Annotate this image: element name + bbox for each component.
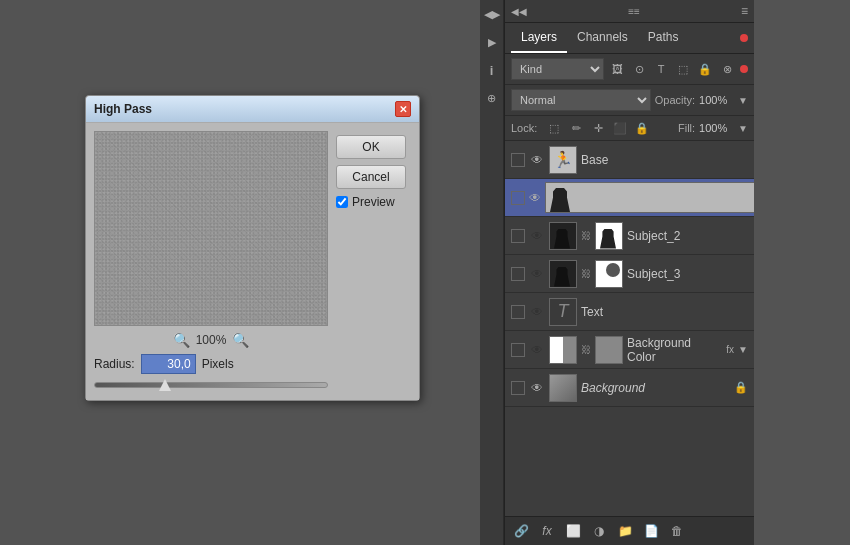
- layer-name-bg-color: Background Color: [627, 336, 722, 364]
- layer-row-subject2[interactable]: 👁 ⛓ Subject_2: [505, 217, 754, 255]
- radius-input[interactable]: [141, 354, 196, 374]
- layer-mask-subject3: [595, 260, 623, 288]
- layer-visibility-checkbox-base[interactable]: [511, 153, 525, 167]
- zoom-in-icon[interactable]: 🔍: [232, 332, 249, 348]
- layer-eye-base[interactable]: 👁: [529, 152, 545, 168]
- cancel-button[interactable]: Cancel: [336, 165, 406, 189]
- radius-label: Radius:: [94, 357, 135, 371]
- layer-mask-bg-color: [595, 336, 623, 364]
- filter-icon-4[interactable]: ⬚: [674, 60, 692, 78]
- panel-bottom-toolbar: 🔗 fx ⬜ ◑ 📁 📄 🗑: [505, 516, 754, 545]
- bottom-delete-icon[interactable]: 🗑: [667, 521, 687, 541]
- bottom-group-icon[interactable]: 📁: [615, 521, 635, 541]
- tool-info[interactable]: i: [482, 60, 502, 80]
- opacity-value: 100%: [699, 94, 734, 106]
- zoom-bar: 🔍 100% 🔍: [94, 332, 328, 348]
- layer-visibility-checkbox-text[interactable]: [511, 305, 525, 319]
- layer-visibility-checkbox-subject3[interactable]: [511, 267, 525, 281]
- layer-visibility-checkbox-subject2[interactable]: [511, 229, 525, 243]
- preview-noise: [95, 132, 327, 325]
- zoom-out-icon[interactable]: 🔍: [173, 332, 190, 348]
- layer-thumb-background: [549, 374, 577, 402]
- bottom-adjustment-icon[interactable]: ◑: [589, 521, 609, 541]
- panel-red-dot: [740, 34, 748, 42]
- preview-label: Preview: [352, 195, 395, 209]
- panel-drag-handle: ≡≡: [628, 6, 640, 17]
- bottom-fx-icon[interactable]: fx: [537, 521, 557, 541]
- layer-row-bg-color[interactable]: 👁 ⛓ Background Color fx ▼: [505, 331, 754, 369]
- lock-artboard-icon[interactable]: ⬛: [611, 119, 629, 137]
- bottom-mask-icon[interactable]: ⬜: [563, 521, 583, 541]
- layer-thumb-subject1: [545, 182, 754, 213]
- tool-play[interactable]: ▶: [482, 32, 502, 52]
- layer-link-subject3: ⛓: [581, 268, 591, 279]
- layer-mask-subject2: [595, 222, 623, 250]
- lock-pixels-icon[interactable]: ✏: [567, 119, 585, 137]
- lock-position-icon[interactable]: ✛: [589, 119, 607, 137]
- lock-all-icon[interactable]: 🔒: [633, 119, 651, 137]
- layer-eye-subject3[interactable]: 👁: [529, 266, 545, 282]
- ok-button[interactable]: OK: [336, 135, 406, 159]
- layer-row-background[interactable]: 👁 Background 🔒: [505, 369, 754, 407]
- left-area: High Pass ✕ 🔍 100% 🔍: [0, 0, 480, 545]
- layer-visibility-checkbox-subject1[interactable]: [511, 191, 525, 205]
- layer-thumb-text: T: [549, 298, 577, 326]
- kind-select[interactable]: Kind: [511, 58, 604, 80]
- panel-collapse-arrows[interactable]: ◀◀: [511, 6, 527, 17]
- fill-dropdown-arrow[interactable]: ▼: [738, 123, 748, 134]
- filter-active-dot: [740, 65, 748, 73]
- layer-eye-subject1[interactable]: 👁: [529, 190, 541, 206]
- layer-fx-icon: fx: [726, 344, 734, 355]
- high-pass-dialog: High Pass ✕ 🔍 100% 🔍: [85, 95, 420, 401]
- layers-panel: ◀◀ ≡≡ ≡ Layers Channels Paths Kind 🖼 ⊙ T…: [504, 0, 754, 545]
- right-section: ◀▶ ▶ i ⊕ ◀◀ ≡≡ ≡ Layers Channels Paths K…: [480, 0, 850, 545]
- layer-row-text[interactable]: 👁 T Text: [505, 293, 754, 331]
- layer-row-subject3[interactable]: 👁 ⛓ Subject_3: [505, 255, 754, 293]
- tab-channels[interactable]: Channels: [567, 23, 638, 53]
- subject1-silhouette: [550, 188, 570, 212]
- tab-layers[interactable]: Layers: [511, 23, 567, 53]
- layer-thumb-bg-color: [549, 336, 577, 364]
- dialog-title: High Pass: [94, 102, 152, 116]
- layer-row-subject1[interactable]: 👁 ⛓ Subject_1: [505, 179, 754, 217]
- layer-eye-bg-color[interactable]: 👁: [529, 342, 545, 358]
- lock-row: Lock: ⬚ ✏ ✛ ⬛ 🔒 Fill: 100% ▼: [505, 116, 754, 141]
- layer-visibility-checkbox-bg-color[interactable]: [511, 343, 525, 357]
- layer-fx-arrow[interactable]: ▼: [738, 344, 748, 355]
- blend-mode-row: Normal Opacity: 100% ▼: [505, 85, 754, 116]
- panel-header-right: [740, 34, 748, 42]
- layer-name-subject2: Subject_2: [627, 229, 748, 243]
- blend-mode-select[interactable]: Normal: [511, 89, 651, 111]
- text-layer-t-icon: T: [558, 301, 569, 322]
- filter-icon-3[interactable]: T: [652, 60, 670, 78]
- layer-eye-background[interactable]: 👁: [529, 380, 545, 396]
- layer-visibility-checkbox-background[interactable]: [511, 381, 525, 395]
- layer-row-base[interactable]: 👁 🏃 Base: [505, 141, 754, 179]
- tab-paths[interactable]: Paths: [638, 23, 689, 53]
- slider-track: [94, 382, 328, 388]
- preview-checkbox-row: Preview: [336, 195, 411, 209]
- radius-row: Radius: Pixels: [94, 354, 328, 374]
- radius-unit: Pixels: [202, 357, 234, 371]
- layer-eye-subject2[interactable]: 👁: [529, 228, 545, 244]
- layer-name-text: Text: [581, 305, 748, 319]
- bottom-new-layer-icon[interactable]: 📄: [641, 521, 661, 541]
- filter-icon-5[interactable]: 🔒: [696, 60, 714, 78]
- lock-transparent-icon[interactable]: ⬚: [545, 119, 563, 137]
- panel-tabs-row: Layers Channels Paths: [505, 23, 754, 54]
- tool-move[interactable]: ⊕: [482, 88, 502, 108]
- fill-label: Fill:: [678, 122, 695, 134]
- base-thumb-icon: 🏃: [553, 150, 573, 169]
- filter-icon-6[interactable]: ⊗: [718, 60, 736, 78]
- layer-eye-text[interactable]: 👁: [529, 304, 545, 320]
- preview-checkbox[interactable]: [336, 196, 348, 208]
- filter-icon-1[interactable]: 🖼: [608, 60, 626, 78]
- tool-arrows[interactable]: ◀▶: [482, 4, 502, 24]
- bottom-link-icon[interactable]: 🔗: [511, 521, 531, 541]
- filter-icon-2[interactable]: ⊙: [630, 60, 648, 78]
- panel-menu-icon[interactable]: ≡: [741, 4, 748, 18]
- dialog-close-button[interactable]: ✕: [395, 101, 411, 117]
- layer-thumb-base: 🏃: [549, 146, 577, 174]
- radius-slider[interactable]: [94, 382, 328, 388]
- opacity-dropdown-arrow[interactable]: ▼: [738, 95, 748, 106]
